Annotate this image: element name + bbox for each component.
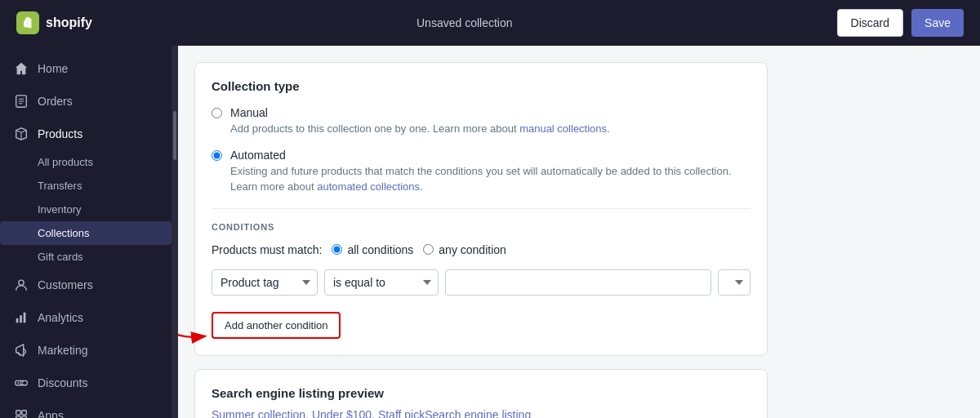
action-buttons: Discard Save — [837, 9, 964, 37]
shopify-icon — [16, 11, 39, 34]
sidebar: Home Orders Products — [0, 46, 172, 418]
sidebar-item-products[interactable]: Products — [0, 118, 172, 150]
sidebar-item-discounts-label: Discounts — [38, 376, 87, 389]
automated-label[interactable]: Automated — [230, 149, 286, 162]
automated-desc: Existing and future products that match … — [230, 163, 751, 195]
seo-preview-card: Search engine listing preview Summer col… — [194, 369, 768, 419]
sidebar-item-discounts[interactable]: Discounts — [0, 367, 172, 399]
sidebar-scrollbar — [172, 46, 178, 418]
sidebar-item-marketing[interactable]: Marketing — [0, 334, 172, 367]
conditions-match-row: Products must match: all conditions any … — [212, 243, 751, 256]
all-conditions-option[interactable]: all conditions — [332, 243, 413, 256]
apps-icon — [13, 407, 29, 418]
save-button[interactable]: Save — [911, 9, 964, 37]
orders-icon — [13, 93, 29, 109]
manual-desc: Add products to this collection one by o… — [230, 121, 610, 137]
any-condition-label: any condition — [439, 243, 506, 256]
sidebar-item-customers[interactable]: Customers — [0, 269, 172, 301]
main-layout: Home Orders Products — [0, 46, 980, 418]
sidebar-item-apps-label: Apps — [38, 409, 64, 418]
customers-icon — [13, 277, 29, 293]
sidebar-item-transfers[interactable]: Transfers — [0, 174, 172, 198]
svg-rect-4 — [24, 313, 26, 323]
products-icon — [13, 126, 29, 142]
condition-row: Product tag is equal to — [212, 269, 751, 296]
manual-option-content: Manual Add products to this collection o… — [230, 106, 610, 137]
sidebar-item-apps[interactable]: Apps — [0, 399, 172, 418]
add-condition-container: Add another condition — [212, 312, 341, 339]
sidebar-item-marketing-label: Marketing — [38, 344, 87, 357]
analytics-icon — [13, 309, 29, 326]
sidebar-item-orders[interactable]: Orders — [0, 85, 172, 118]
automated-collections-link[interactable]: automated collections. — [317, 180, 422, 193]
sidebar-item-home-label: Home — [38, 62, 68, 75]
home-icon — [13, 60, 29, 77]
svg-point-6 — [17, 382, 19, 384]
svg-point-1 — [19, 280, 24, 285]
svg-rect-7 — [16, 411, 20, 415]
sidebar-item-collections[interactable]: Collections — [0, 221, 172, 245]
page-title: Unsaved collection — [416, 16, 513, 29]
products-must-match-label: Products must match: — [212, 243, 322, 256]
sidebar-item-analytics-label: Analytics — [38, 311, 83, 324]
condition-extra-select[interactable] — [718, 269, 751, 296]
sidebar-item-orders-label: Orders — [38, 95, 73, 108]
seo-title: Search engine listing preview — [212, 386, 751, 400]
collection-type-title: Collection type — [212, 79, 751, 93]
any-condition-option[interactable]: any condition — [423, 243, 506, 256]
condition-type-select[interactable]: Product tag — [212, 269, 318, 296]
sidebar-item-products-label: Products — [38, 127, 82, 140]
sidebar-item-gift-cards[interactable]: Gift cards — [0, 245, 172, 269]
svg-rect-2 — [16, 318, 19, 322]
svg-rect-8 — [22, 411, 26, 415]
sidebar-item-analytics[interactable]: Analytics — [0, 301, 172, 334]
sidebar-item-inventory[interactable]: Inventory — [0, 198, 172, 221]
sidebar-item-home[interactable]: Home — [0, 52, 172, 85]
manual-option: Manual Add products to this collection o… — [212, 106, 751, 137]
sidebar-item-all-products[interactable]: All products — [0, 150, 172, 174]
add-condition-button[interactable]: Add another condition — [212, 312, 341, 339]
logo-text: shopify — [46, 16, 92, 30]
svg-rect-3 — [20, 315, 22, 322]
condition-operator-select[interactable]: is equal to — [324, 269, 439, 296]
top-navigation: shopify Unsaved collection Discard Save — [0, 0, 980, 46]
right-panel — [784, 46, 980, 418]
content-area: Collection type Manual Add products to t… — [178, 46, 784, 418]
conditions-label: CONDITIONS — [212, 222, 751, 232]
automated-option: Automated Existing and future products t… — [212, 149, 751, 195]
collection-type-card: Collection type Manual Add products to t… — [194, 62, 768, 356]
condition-value-input[interactable] — [445, 269, 711, 296]
red-arrow — [178, 308, 216, 349]
automated-option-content: Automated Existing and future products t… — [230, 149, 751, 195]
sidebar-item-customers-label: Customers — [38, 278, 93, 291]
all-conditions-label: all conditions — [347, 243, 413, 256]
any-condition-radio[interactable] — [423, 244, 434, 255]
marketing-icon — [13, 342, 29, 358]
discard-button[interactable]: Discard — [837, 9, 903, 37]
sidebar-scrollbar-thumb — [173, 111, 176, 160]
seo-link[interactable]: Summer collection, Under $100, Staff pic… — [212, 408, 531, 419]
logo-area: shopify — [16, 11, 92, 34]
manual-collections-link[interactable]: manual collections. — [519, 122, 610, 135]
automated-radio[interactable] — [212, 150, 222, 161]
discounts-icon — [13, 375, 29, 391]
manual-radio[interactable] — [212, 108, 222, 118]
products-submenu: All products Transfers Inventory Collect… — [0, 150, 172, 269]
add-condition-label: Add another condition — [225, 319, 327, 331]
all-conditions-radio[interactable] — [332, 244, 342, 255]
manual-label[interactable]: Manual — [230, 106, 268, 119]
